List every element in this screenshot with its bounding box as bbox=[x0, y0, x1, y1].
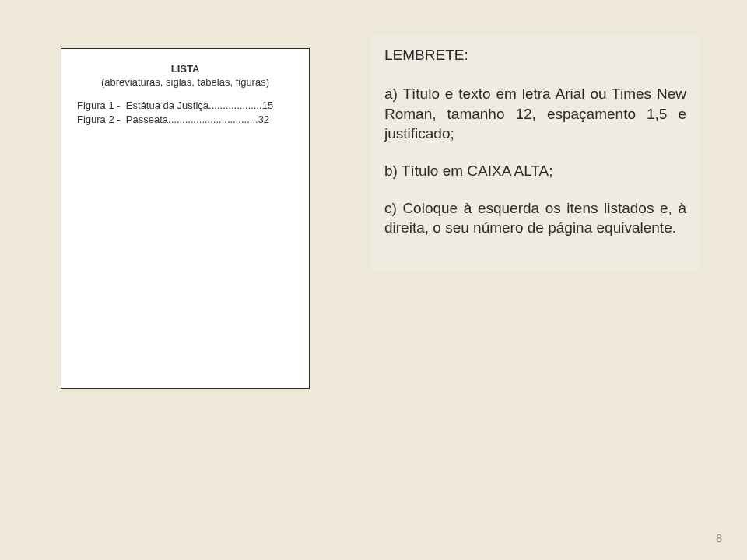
reminder-title: LEMBRETE: bbox=[384, 47, 686, 64]
document-preview-box: LISTA (abreviaturas, siglas, tabelas, fi… bbox=[61, 48, 310, 389]
list-title: LISTA bbox=[77, 63, 293, 75]
list-line-1: Figura 1 - Estátua da Justiça...........… bbox=[77, 99, 293, 113]
reminder-item-c: c) Coloque à esquerda os itens listados … bbox=[384, 198, 686, 238]
list-line-2: Figura 2 - Passeata.....................… bbox=[77, 113, 293, 127]
reminder-box: LEMBRETE: a) Título e texto em letra Ari… bbox=[372, 36, 699, 271]
page-number: 8 bbox=[716, 532, 722, 544]
list-subtitle: (abreviaturas, siglas, tabelas, figuras) bbox=[77, 76, 293, 88]
reminder-item-a: a) Título e texto em letra Arial ou Time… bbox=[384, 84, 686, 144]
reminder-item-b: b) Título em CAIXA ALTA; bbox=[384, 161, 686, 181]
